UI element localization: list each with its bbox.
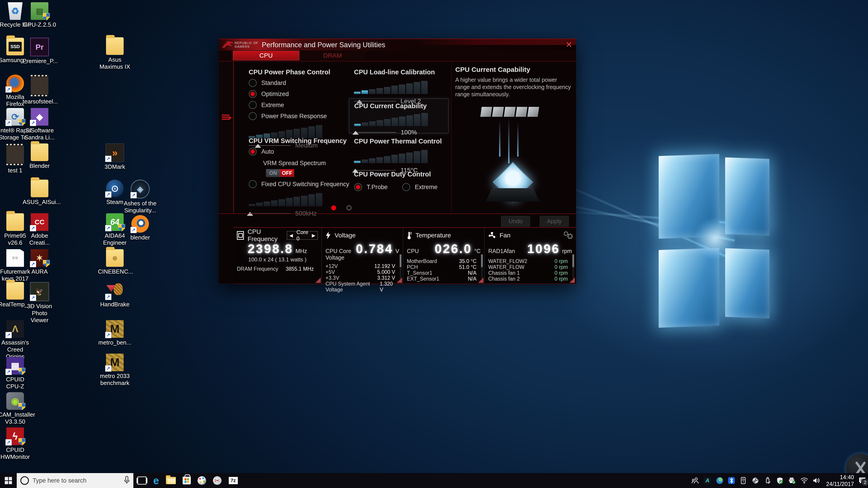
desktop-icon-ashes-singularity[interactable]: ◈↗Ashes of the Singularity...: [123, 180, 157, 214]
search-box[interactable]: Type here to search: [17, 473, 133, 488]
thermal-ramp: [354, 150, 428, 163]
printer-icon[interactable]: [788, 477, 796, 484]
tab-cpu[interactable]: CPU: [233, 51, 299, 60]
radio-icon[interactable]: [249, 79, 257, 87]
desktop-icon-label: metro_ben...: [98, 339, 132, 346]
desktop-icon-3d-vision-photo-viewer[interactable]: 🦅↗3D Vision Photo Viewer: [23, 282, 57, 324]
start-button[interactable]: [0, 473, 17, 488]
notification-badge: 2: [861, 479, 868, 486]
paint-button[interactable]: [197, 473, 206, 488]
desktop-icon-blender-folder[interactable]: Blender: [23, 143, 57, 169]
radio-tprobe[interactable]: T.Probe: [354, 183, 388, 191]
desktop-icon-cpuid-hwmonitor[interactable]: ϟ↗CPUID HWMonitor: [0, 427, 32, 460]
desktop-icon-metro-2033-benchmark[interactable]: M↗metro 2033 benchmark: [98, 354, 132, 387]
resize-corner[interactable]: [478, 278, 484, 283]
desktop-icon-assassins-creed-origins[interactable]: Λ↗Assassin's Creed Origins: [0, 320, 32, 360]
edge-browser-button[interactable]: e: [153, 473, 159, 488]
desktop-icon-asus-maximus-folder[interactable]: Asus Maximus IX: [98, 37, 132, 70]
desktop-icon-cinebench-folder[interactable]: ◎CINEBENC...: [98, 249, 132, 275]
radio-extreme[interactable]: Extreme: [249, 101, 330, 109]
cpu-illustration: [472, 107, 558, 204]
core-next-icon[interactable]: ▶: [312, 233, 315, 238]
handbrake-icon: ↗: [106, 282, 124, 300]
defender-shield-icon[interactable]: [776, 477, 784, 484]
shortcut-arrow-icon: ↗: [30, 295, 36, 301]
tab-dram[interactable]: DRAM: [299, 51, 366, 60]
core-prev-icon[interactable]: ◀: [289, 233, 293, 238]
radio-icon[interactable]: [249, 101, 257, 109]
desktop-icon-3dmark[interactable]: »↗3DMark: [98, 143, 132, 170]
tab-strip: CPU DRAM: [219, 51, 576, 61]
desktop-icon-cam-installer[interactable]: ◉CAM_Installer V3.3.50: [0, 392, 32, 425]
icon-glyph: CC: [35, 218, 44, 226]
taskbar-clock[interactable]: 14:40 24/11/2017: [826, 474, 854, 487]
scrollbar[interactable]: [481, 254, 483, 279]
desktop-icon-gpu-z[interactable]: ▤GPU-Z.2.5.0: [23, 2, 57, 28]
voltage-main-label: CPU Core Voltage: [326, 248, 356, 261]
bluetooth-icon[interactable]: [728, 477, 735, 484]
desktop-icon-blender-app[interactable]: ↗blender: [123, 215, 157, 241]
radio-auto[interactable]: Auto: [249, 148, 349, 156]
steam-tray-icon[interactable]: [752, 477, 759, 484]
toggle-on[interactable]: ON: [266, 169, 280, 177]
scrollbar[interactable]: [400, 254, 401, 279]
radio-standard[interactable]: Standard: [249, 79, 330, 87]
action-center-button[interactable]: 2: [859, 477, 866, 484]
microphone-icon[interactable]: [124, 476, 130, 485]
core-selector[interactable]: ◀ Core 0 ▶: [287, 231, 318, 240]
slider-handle[interactable]: [352, 131, 359, 135]
undo-button[interactable]: Undo: [501, 216, 530, 227]
fan-settings-gears-icon[interactable]: [563, 230, 573, 240]
audio-device-icon[interactable]: [739, 477, 747, 484]
desktop-icon-premiere-project[interactable]: PrPremiere_P...: [23, 38, 57, 65]
seven-zip-button[interactable]: 7z: [228, 473, 238, 488]
desktop-icon-adobe-creative-cloud[interactable]: CC↗Adobe Creati...: [23, 213, 57, 246]
radio-icon[interactable]: [249, 90, 257, 98]
radio-icon[interactable]: [249, 148, 257, 156]
desktop-icon-metro-benchmark[interactable]: M↗metro_ben...: [98, 320, 132, 346]
current-capability-slider[interactable]: 100%: [354, 129, 448, 136]
page-dot-1[interactable]: [331, 205, 336, 210]
radio-icon[interactable]: [354, 183, 362, 191]
intel-rapid-storage-icon: ⟳↗: [6, 108, 24, 126]
people-icon[interactable]: [691, 477, 699, 484]
page-dot-2[interactable]: [346, 205, 351, 210]
radio-extreme[interactable]: Extreme: [402, 183, 438, 191]
radio-power-phase-response[interactable]: Power Phase Response: [249, 112, 330, 120]
desktop-icon-sisoftware-sandra[interactable]: ◆↗SiSoftware Sandra Li...: [23, 108, 57, 141]
resize-corner[interactable]: [569, 278, 575, 283]
aura-sync-icon[interactable]: A: [704, 477, 711, 484]
apply-button[interactable]: Apply: [540, 216, 569, 227]
cam-installer-icon: ◉: [6, 392, 24, 410]
desktop-icon-cpuid-cpu-z[interactable]: ▦↗CPUID CPU-Z: [0, 357, 32, 390]
radio-icon[interactable]: [402, 183, 410, 191]
scrollbar[interactable]: [572, 254, 574, 279]
wifi-icon[interactable]: [800, 477, 808, 484]
desktop-icon-asus-aisuite-folder[interactable]: ASUS_AISui...: [23, 180, 57, 205]
store-button[interactable]: [183, 473, 191, 488]
3d-vision-photo-viewer-icon: 🦅↗: [30, 282, 49, 301]
network-globe-icon[interactable]: [716, 477, 723, 484]
menu-hamburger-icon[interactable]: [222, 113, 231, 123]
monitor-row-value: 3855.1 MHz: [286, 266, 314, 272]
spread-spectrum-toggle[interactable]: ON OFF: [266, 169, 294, 177]
usb-safely-remove-icon[interactable]: [764, 477, 772, 484]
radio-fixed-frequency[interactable]: Fixed CPU Switching Frequency: [249, 180, 349, 188]
radio-optimized[interactable]: Optimized: [249, 90, 330, 98]
desktop-icon-handbrake[interactable]: ↗HandBrake: [98, 282, 132, 308]
resize-corner[interactable]: [315, 278, 321, 283]
close-button[interactable]: ✕: [565, 40, 572, 50]
monitor-row: Chassis fan 10 rpm: [488, 270, 572, 276]
icon-glyph: ◉: [11, 396, 19, 406]
snipping-tool-button[interactable]: ✂: [213, 473, 221, 488]
file-explorer-button[interactable]: [166, 473, 176, 488]
desktop-icon-aura[interactable]: ✶↗AURA: [23, 249, 57, 275]
toggle-off[interactable]: OFF: [280, 169, 294, 177]
volume-icon[interactable]: [813, 477, 820, 484]
loadline-ramp: [354, 81, 428, 94]
radio-icon[interactable]: [249, 112, 257, 120]
radio-icon[interactable]: [249, 180, 257, 188]
task-view-button[interactable]: [137, 473, 147, 488]
desktop-icon-tearsofsteel-video[interactable]: tearsofsteel...: [23, 74, 57, 105]
resize-corner[interactable]: [397, 278, 402, 283]
